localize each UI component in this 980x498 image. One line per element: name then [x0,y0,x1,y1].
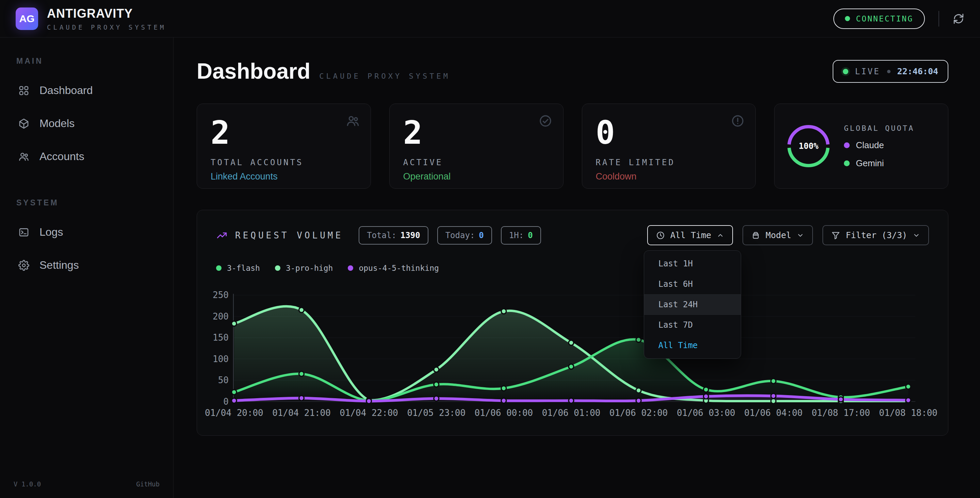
svg-text:01/06 01:00: 01/06 01:00 [542,408,601,418]
live-label: LIVE [855,67,880,76]
main-content: Dashboard CLAUDE PROXY SYSTEM LIVE 22:46… [173,37,980,498]
svg-text:01/06 00:00: 01/06 00:00 [475,408,533,418]
quota-legend-gemini: Gemini [844,158,914,169]
legend-dot-icon [275,265,280,271]
app-subtitle: CLAUDE PROXY SYSTEM [47,24,166,31]
quota-legend-label: Gemini [856,158,884,169]
model-button[interactable]: Model [743,225,813,245]
legend-label: 3-flash [227,263,260,273]
chart-legend-3-pro-high[interactable]: 3-pro-high [275,263,333,273]
stat-sublabel: Cooldown [596,171,742,182]
trending-up-icon [216,230,228,241]
svg-text:50: 50 [218,375,229,385]
legend-dot-icon [216,265,221,271]
badge-value: 0 [528,231,533,240]
request-volume-card: REQUEST VOLUME Total:1390Today:01H:0 All… [197,210,948,436]
stat-label: TOTAL ACCOUNTS [211,158,357,167]
stat-sublabel: Linked Accounts [211,171,357,182]
svg-text:01/04 21:00: 01/04 21:00 [272,408,331,418]
sidebar-item-models[interactable]: Models [14,110,159,137]
sidebar-item-logs[interactable]: Logs [14,219,159,245]
stat-sublabel: Operational [403,171,550,182]
badge-label: 1H: [509,231,524,240]
dropdown-item-last-7d[interactable]: Last 7D [644,315,741,335]
box-icon [751,231,760,240]
quota-ring: 100% [786,124,831,169]
filter-3-3-button[interactable]: Filter (3/3) [822,225,929,245]
chevron-up-icon [717,231,724,239]
separator-dot-icon [887,70,891,73]
svg-text:01/08 17:00: 01/08 17:00 [811,408,870,418]
dropdown-item-last-24h[interactable]: Last 24H [644,294,741,315]
quota-legend-claude: Claude [844,140,914,150]
sidebar-item-label: Accounts [40,150,84,163]
chart-legend-3-flash[interactable]: 3-flash [216,263,260,273]
live-dot-icon [843,69,848,74]
svg-text:01/04 20:00: 01/04 20:00 [205,408,263,418]
top-header: AG ANTIGRAVITY CLAUDE PROXY SYSTEM CONNE… [0,0,980,37]
sidebar-item-label: Settings [40,259,79,271]
stat-label: ACTIVE [403,158,550,167]
sidebar-item-label: Models [40,117,75,130]
stat-label: RATE LIMITED [596,158,742,167]
svg-text:01/06 04:00: 01/06 04:00 [744,408,803,418]
connection-status-label: CONNECTING [856,14,913,23]
dropdown-item-all-time[interactable]: All Time [644,335,741,356]
sidebar-section-label: MAIN [16,57,159,66]
svg-text:200: 200 [213,311,229,322]
page-subtitle: CLAUDE PROXY SYSTEM [319,72,450,80]
stat-value: 0 [596,117,742,149]
clock-value: 22:46:04 [897,66,938,76]
connection-status-badge: CONNECTING [833,8,925,29]
app-title: ANTIGRAVITY [47,6,166,21]
cube-icon [18,118,29,129]
status-dot-icon [845,16,850,21]
quota-legend-label: Claude [856,140,884,150]
sidebar-item-label: Logs [40,226,63,238]
chevron-down-icon [913,231,920,239]
grid-icon [18,85,29,96]
refresh-icon[interactable] [953,13,964,24]
dropdown-item-last-1h[interactable]: Last 1H [644,254,741,274]
legend-label: opus-4-5-thinking [359,263,439,273]
live-clock-badge: LIVE 22:46:04 [833,60,948,83]
alert-circle-icon [731,114,745,128]
github-link[interactable]: GitHub [136,480,159,488]
check-circle-icon [539,114,552,128]
badge-value: 0 [479,231,484,240]
time-range-dropdown: Last 1HLast 6HLast 24HLast 7DAll Time [644,251,741,359]
sidebar-item-accounts[interactable]: Accounts [14,144,159,170]
legend-label: 3-pro-high [286,263,333,273]
app-logo: AG [16,8,38,30]
chevron-down-icon [797,231,804,239]
app-version: V 1.0.0 [14,480,41,488]
legend-dot-icon [844,160,850,166]
sidebar-section-gap [14,176,159,198]
sidebar-item-label: Dashboard [40,84,93,97]
sidebar-item-dashboard[interactable]: Dashboard [14,77,159,104]
svg-text:01/06 02:00: 01/06 02:00 [609,408,668,418]
quota-label: GLOBAL QUOTA [844,124,914,132]
svg-text:01/04 22:00: 01/04 22:00 [340,408,398,418]
badge-label: Total: [367,231,396,240]
svg-text:01/05 23:00: 01/05 23:00 [407,408,466,418]
dropdown-item-last-6h[interactable]: Last 6H [644,274,741,294]
legend-dot-icon [348,265,353,271]
sidebar-section-label: SYSTEM [16,198,159,208]
users-icon [18,151,29,162]
sidebar-item-settings[interactable]: Settings [14,252,159,278]
chart-legend-opus-4-5-thinking[interactable]: opus-4-5-thinking [348,263,439,273]
legend-dot-icon [844,142,850,148]
stat-card-total-accounts: 2TOTAL ACCOUNTSLinked Accounts [197,104,371,189]
all-time-button[interactable]: All Time [647,225,733,245]
gear-icon [18,260,29,271]
svg-text:01/08 18:00: 01/08 18:00 [879,408,937,418]
svg-text:150: 150 [213,332,229,343]
clock-icon [656,231,665,240]
svg-text:01/06 03:00: 01/06 03:00 [677,408,735,418]
svg-text:250: 250 [213,290,229,300]
stat-value: 2 [211,117,357,149]
svg-text:100: 100 [213,354,229,364]
badge-value: 1390 [401,231,420,240]
stat-badge-today: Today:0 [437,226,492,244]
